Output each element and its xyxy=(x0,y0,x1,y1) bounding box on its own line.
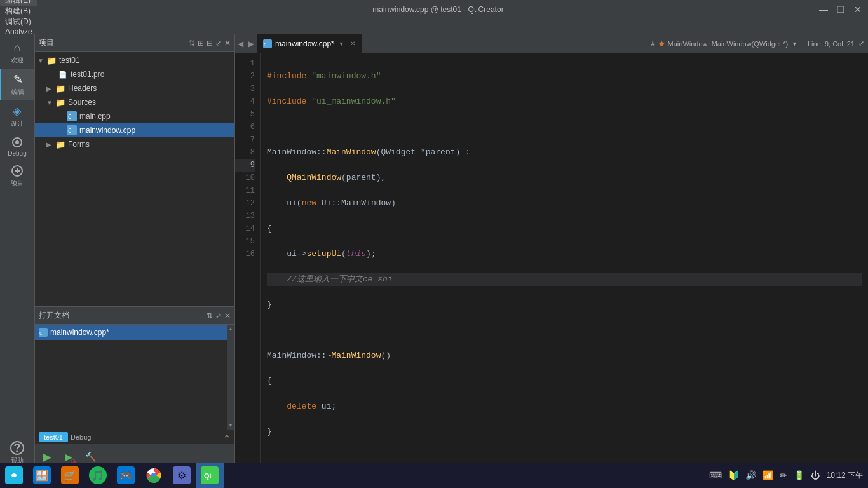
minimize-button[interactable]: — xyxy=(819,4,828,15)
tree-label: test01.pro xyxy=(71,70,234,79)
main-layout: ⌂ 欢迎 ✎ 编辑 ◈ 设计 Debug 项目 ? 帮助 项目 xyxy=(0,34,868,469)
build-icon: 🔨 xyxy=(85,452,96,462)
sidebar-item-debug[interactable]: Debug xyxy=(0,132,34,161)
taskbar-chrome-item[interactable] xyxy=(140,463,168,488)
tree-item-test01[interactable]: ▼ 📁 test01 xyxy=(35,53,234,67)
line-num-12: 12 xyxy=(235,197,255,210)
start-button[interactable] xyxy=(0,463,28,488)
menu-item-调试[interactable]: 调试(D) xyxy=(0,17,37,27)
open-docs-actions: ⇅ ⤢ ✕ xyxy=(207,311,231,320)
titlebar: mainwindow.cpp @ test01 - Qt Creator — ❐… xyxy=(0,0,868,19)
tree-label: Sources xyxy=(68,98,234,107)
shield-icon: 🔰 xyxy=(726,470,741,480)
settings-icon: ⚙ xyxy=(173,466,191,484)
tab-dropdown-icon[interactable]: ▼ xyxy=(339,41,344,47)
sidebar: ⌂ 欢迎 ✎ 编辑 ◈ 设计 Debug 项目 ? 帮助 xyxy=(0,34,35,469)
code-line-11 xyxy=(267,324,862,337)
editor-tab-mainwindow[interactable]: C mainwindow.cpp* ▼ ✕ xyxy=(257,34,362,53)
line-numbers: 1 2 3 4 5 6 7 8 9 10 11 12 13 14 15 16 xyxy=(235,53,261,469)
deepin-icon xyxy=(5,466,23,484)
open-docs-expand-icon[interactable]: ⤢ xyxy=(215,311,222,320)
file-pro-icon: 📄 xyxy=(58,69,68,79)
nav-forward-button[interactable]: ▶ xyxy=(246,39,257,48)
svg-point-1 xyxy=(15,140,19,144)
taskbar-music-item[interactable]: 🎵 xyxy=(84,463,112,488)
open-docs-container: C mainwindow.cpp* ▲ ▼ xyxy=(35,325,234,430)
cpp-file-icon: C xyxy=(39,328,48,337)
taskbar-game-item[interactable]: 🎮 xyxy=(112,463,140,488)
tree-item-headers[interactable]: ▶ 📁 Headers xyxy=(35,81,234,95)
project-link-icon[interactable]: ⊟ xyxy=(207,39,213,48)
open-docs-panel: 打开文档 ⇅ ⤢ ✕ C mainwindow.cpp* xyxy=(35,307,234,444)
project-expand-icon[interactable]: ⤢ xyxy=(215,39,222,48)
store-icon: 🛒 xyxy=(61,466,79,484)
volume-icon[interactable]: 🔊 xyxy=(743,470,758,480)
taskbar-store-item[interactable]: 🛒 xyxy=(56,463,84,488)
project-panel-title: 项目 xyxy=(39,37,54,48)
taskbar-qt-item[interactable]: Qt xyxy=(196,463,224,488)
network-icon[interactable]: 📶 xyxy=(761,470,775,480)
tree-item-test01-pro[interactable]: 📄 test01.pro xyxy=(35,67,234,81)
code-content[interactable]: #include "mainwindow.h" #include "ui_mai… xyxy=(261,53,868,469)
func-breadcrumb[interactable]: MainWindow::MainWindow(QWidget *) xyxy=(668,40,789,48)
open-docs-tab-area: test01 Debug xyxy=(35,430,234,444)
open-docs-sort-icon[interactable]: ⇅ xyxy=(207,311,213,320)
test01-tab[interactable]: test01 xyxy=(39,432,68,442)
menu-item-构建[interactable]: 构建(B) xyxy=(0,6,37,17)
breadcrumb-dropdown[interactable]: ▼ xyxy=(792,41,797,47)
line-num-3: 3 xyxy=(235,83,255,95)
project-filter-icon[interactable]: ⇅ xyxy=(189,39,195,48)
debug-tab: Debug xyxy=(71,433,91,441)
tree-label: Forms xyxy=(68,140,234,149)
sidebar-item-welcome[interactable]: ⌂ 欢迎 xyxy=(0,37,34,69)
docs-scrollbar[interactable]: ▲ ▼ xyxy=(227,325,234,430)
code-line-6: ui(new Ui::MainWindow) xyxy=(267,197,862,210)
project-header: 项目 ⇅ ⊞ ⊟ ⤢ ✕ xyxy=(35,34,234,52)
tab-close-button[interactable]: ✕ xyxy=(350,40,355,47)
line-num-14: 14 xyxy=(235,222,255,235)
open-docs-close-icon[interactable]: ✕ xyxy=(224,311,231,320)
tab-expand-icon[interactable] xyxy=(223,432,231,442)
nav-back-button[interactable]: ◀ xyxy=(235,39,246,48)
qt-creator-icon: Qt xyxy=(201,466,219,484)
window-controls: — ❐ ✕ xyxy=(819,4,862,15)
close-button[interactable]: ✕ xyxy=(854,4,862,15)
sidebar-item-project[interactable]: 项目 xyxy=(0,161,34,191)
line-num-2: 2 xyxy=(235,70,255,83)
tree-item-main-cpp[interactable]: C main.cpp xyxy=(35,109,234,123)
line-num-11: 11 xyxy=(235,184,255,197)
tab-right-info: # ◆ MainWindow::MainWindow(QWidget *) ▼ … xyxy=(647,39,868,48)
line-num-9: 9 xyxy=(235,159,255,172)
menubar: 文件(F)编辑(E)构建(B)调试(D)Analyze工具(T)控件(W)帮助(… xyxy=(0,19,868,34)
taskbar-browser-item[interactable]: 🪟 xyxy=(28,463,56,488)
expand-arrow: ▶ xyxy=(46,141,55,148)
power-icon[interactable]: ⏻ xyxy=(809,470,822,480)
line-num-13: 13 xyxy=(235,210,255,222)
battery-icon: 🔋 xyxy=(792,470,806,480)
svg-text:Qt: Qt xyxy=(204,472,212,480)
line-num-15: 15 xyxy=(235,235,255,248)
sidebar-item-design[interactable]: ◈ 设计 xyxy=(0,100,34,132)
tree-item-forms[interactable]: ▶ 📁 Forms xyxy=(35,137,234,151)
expand-editor-icon[interactable]: ⤢ xyxy=(858,39,864,48)
code-line-9: //这里输入一下中文ce shi xyxy=(267,273,862,286)
doc-item-mainwindow[interactable]: C mainwindow.cpp* xyxy=(35,325,227,340)
line-num-4: 4 xyxy=(235,95,255,108)
expand-arrow: ▼ xyxy=(46,99,55,106)
menu-item-编辑[interactable]: 编辑(E) xyxy=(0,0,37,6)
code-line-10: } xyxy=(267,299,862,311)
taskbar-settings-item[interactable]: ⚙ xyxy=(168,463,196,488)
code-line-7: { xyxy=(267,222,862,235)
project-close-icon[interactable]: ✕ xyxy=(224,39,231,48)
run-play-icon: ▶ xyxy=(43,450,51,464)
tree-item-sources[interactable]: ▼ 📁 Sources xyxy=(35,95,234,109)
maximize-button[interactable]: ❐ xyxy=(837,4,845,15)
code-line-14: delete ui; xyxy=(267,400,862,413)
tree-item-mainwindow-cpp[interactable]: C mainwindow.cpp xyxy=(35,123,234,137)
line-num-8: 8 xyxy=(235,146,255,159)
hash-icon: # xyxy=(651,40,654,48)
folder-icon: 📁 xyxy=(46,55,57,65)
sidebar-item-edit[interactable]: ✎ 编辑 xyxy=(0,69,34,100)
project-filter2-icon[interactable]: ⊞ xyxy=(198,39,204,48)
taskbar: 🪟 🛒 🎵 🎮 ⚙ Qt ⌨ 🔰 🔊 📶 ✏ 🔋 ⏻ 10:12 下午 xyxy=(0,463,868,488)
